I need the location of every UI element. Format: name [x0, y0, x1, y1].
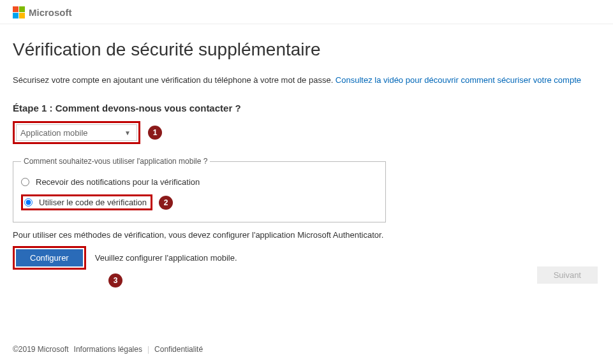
next-button: Suivant	[537, 266, 598, 284]
page-subtitle: Sécurisez votre compte en ajoutant une v…	[13, 75, 600, 85]
microsoft-logo: Microsoft	[13, 6, 72, 18]
usage-fieldset: Comment souhaitez-vous utiliser l'applic…	[13, 157, 386, 222]
radio-code[interactable]	[24, 198, 33, 207]
brand-text: Microsoft	[29, 7, 72, 18]
main-content: Vérification de sécurité supplémentaire …	[0, 24, 613, 288]
step-label: Étape 1 : Comment devons-nous vous conta…	[13, 103, 600, 113]
callout-highlight-3: Configurer	[13, 246, 86, 270]
page-title: Vérification de sécurité supplémentaire	[13, 40, 600, 60]
contact-method-row: Application mobile ▼ 1	[13, 121, 600, 144]
contact-method-dropdown-wrap: Application mobile ▼	[16, 124, 137, 141]
radio-notify[interactable]	[21, 178, 29, 186]
radio-notify-label: Recevoir des notifications pour la vérif…	[36, 177, 200, 187]
configure-row: Configurer Veuillez configurer l'applica…	[13, 246, 600, 270]
footer-legal-link[interactable]: Informations légales	[74, 345, 142, 354]
contact-method-dropdown[interactable]: Application mobile	[16, 124, 137, 141]
radio-row-code: Utiliser le code de vérification 2	[21, 191, 378, 214]
subtitle-video-link[interactable]: Consultez la vidéo pour découvrir commen…	[336, 75, 581, 85]
header: Microsoft	[0, 0, 613, 24]
footer-separator: |	[147, 345, 149, 354]
callout-highlight-2: Utiliser le code de vérification	[21, 194, 152, 210]
usage-legend: Comment souhaitez-vous utiliser l'applic…	[21, 157, 210, 166]
microsoft-logo-icon	[13, 6, 25, 18]
footer-copyright: ©2019 Microsoft	[13, 345, 69, 354]
subtitle-text: Sécurisez votre compte en ajoutant une v…	[13, 75, 336, 85]
callout-badge-2: 2	[159, 196, 173, 210]
callout-badge-3: 3	[108, 273, 122, 288]
radio-row-notify: Recevoir des notifications pour la vérif…	[21, 173, 378, 191]
configure-hint: Veuillez configurer l'application mobile…	[95, 253, 237, 263]
callout-highlight-1: Application mobile ▼	[13, 121, 140, 144]
footer: ©2019 Microsoft Informations légales | C…	[13, 345, 203, 354]
footer-privacy-link[interactable]: Confidentialité	[154, 345, 203, 354]
radio-code-label: Utiliser le code de vérification	[39, 198, 147, 207]
configure-instruction: Pour utiliser ces méthodes de vérificati…	[13, 230, 600, 240]
callout-badge-1: 1	[148, 126, 162, 140]
configure-button[interactable]: Configurer	[16, 249, 83, 266]
